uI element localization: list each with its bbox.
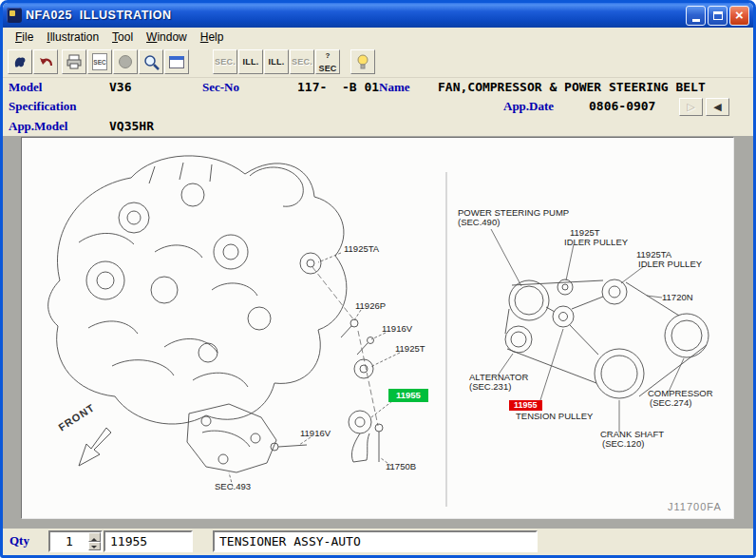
panel-icon [169, 56, 184, 68]
toolbar: SEC SEC. ILL. ILL. SEC. ?SEC [3, 47, 753, 78]
zoom-button[interactable] [139, 49, 163, 74]
sec-view-button[interactable]: SEC [87, 49, 112, 74]
qty-label: Qty [9, 533, 29, 548]
label-idler-pulley-2: IDLER PULLEY [638, 260, 702, 269]
print-button[interactable] [62, 49, 86, 74]
name-label: Name [379, 80, 410, 95]
sec-next-button[interactable]: SEC. [290, 49, 314, 74]
model-value: V36 [109, 80, 131, 94]
appmodel-value: VQ35HR [109, 119, 154, 133]
app-window: NFA025 ILLUSTRATION File Illustration To… [0, 0, 756, 558]
qty-down-button[interactable] [88, 542, 101, 551]
sec-search-button[interactable]: ?SEC [315, 49, 340, 74]
record-button[interactable] [113, 49, 138, 74]
secno-value: 117- -B 01 [297, 80, 379, 94]
undo-arrow-icon [37, 53, 54, 70]
label-11720n[interactable]: 11720N [662, 293, 693, 302]
sec-prev-button[interactable]: SEC. [213, 49, 237, 74]
menu-illustration[interactable]: Illustration [40, 29, 105, 46]
label-sec120: (SEC.120) [602, 439, 644, 449]
layout-button[interactable] [164, 49, 189, 74]
dark-tool-icon [11, 53, 28, 70]
selected-part-highlight[interactable]: 11955 [388, 389, 428, 402]
bottom-bar: Qty 1 11955 TENSIONER ASSY-AUTO [3, 529, 753, 555]
hint-button[interactable] [350, 49, 375, 74]
label-sec274: (SEC.274) [650, 398, 691, 408]
label-idler-pulley-1: IDLER PULLEY [564, 238, 628, 247]
sec-document-icon: SEC [92, 53, 107, 70]
qty-up-button[interactable] [88, 532, 101, 542]
menu-window[interactable]: Window [140, 29, 194, 46]
name-value: FAN,COMPRESSOR & POWER STEERING BELT [438, 80, 706, 94]
label-sec490: (SEC.490) [458, 218, 500, 227]
appmodel-label: App.Model [9, 119, 67, 134]
close-button[interactable] [729, 6, 749, 26]
lightbulb-icon [354, 53, 371, 70]
part-name-field[interactable]: TENSIONER ASSY-AUTO [213, 530, 538, 552]
ill-next-button[interactable]: ILL. [264, 49, 289, 74]
menu-bar: File Illustration Tool Window Help [3, 28, 753, 47]
label-tension-pulley: TENSION PULLEY [516, 412, 593, 421]
illustration-canvas[interactable]: 11925TA 11926P 11916V 11925T 11955 11916… [21, 137, 734, 519]
callout-sec493[interactable]: SEC.493 [215, 482, 251, 491]
spec-label: Specification [9, 99, 77, 114]
part-number-field[interactable]: 11955 [104, 530, 193, 552]
maximize-button[interactable] [708, 6, 728, 26]
model-label: Model [9, 80, 42, 95]
window-title: NFA025 ILLUSTRATION [26, 9, 684, 22]
appdate-value: 0806-0907 [589, 99, 655, 113]
callout-11926p[interactable]: 11926P [355, 301, 386, 311]
callout-11925ta[interactable]: 11925TA [344, 244, 379, 254]
minimize-button[interactable] [686, 6, 706, 26]
printer-icon [65, 53, 84, 70]
callout-11750b[interactable]: 11750B [386, 462, 416, 471]
info-bar: Model V36 Sec-No 117- -B 01 Name FAN,COM… [3, 78, 753, 136]
circle-icon [119, 55, 132, 68]
title-bar: NFA025 ILLUSTRATION [3, 3, 753, 28]
appdate-label: App.Date [503, 99, 554, 114]
ill-list-button[interactable]: ILL. [238, 49, 263, 74]
engine-drawing [22, 138, 735, 520]
qty-value: 1 [50, 532, 88, 550]
selected-part-highlight-red[interactable]: 11955 [509, 400, 542, 411]
callout-11916v-2[interactable]: 11916V [300, 429, 331, 438]
callout-11925t[interactable]: 11925T [395, 344, 425, 354]
menu-file[interactable]: File [9, 29, 40, 46]
next-illustration-button[interactable]: ▷ [679, 98, 703, 116]
menu-tool[interactable]: Tool [105, 29, 140, 46]
magnifier-icon [142, 53, 161, 71]
menu-help[interactable]: Help [194, 29, 231, 46]
label-sec231: (SEC.231) [469, 382, 511, 392]
app-icon [7, 8, 22, 23]
parts-list-button[interactable] [8, 49, 32, 74]
qty-spinner[interactable]: 1 [48, 530, 103, 552]
callout-11916v-1[interactable]: 11916V [382, 324, 412, 334]
drawing-number: J11700FA [668, 501, 722, 512]
workspace: 11925TA 11926P 11916V 11925T 11955 11916… [3, 136, 753, 529]
undo-button[interactable] [33, 49, 58, 74]
secno-label: Sec-No [202, 80, 239, 95]
prev-illustration-button[interactable]: ◀ [706, 98, 729, 116]
